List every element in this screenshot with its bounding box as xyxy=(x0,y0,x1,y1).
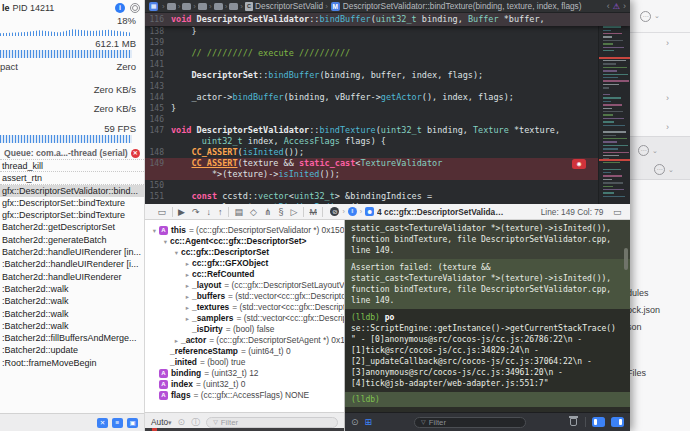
stack-frame[interactable]: assert_rtn xyxy=(0,171,144,183)
view-mode-icon[interactable]: ≡ xyxy=(112,418,123,428)
stack-frame[interactable]: :Batcher2d::fillBuffersAndMerge... xyxy=(0,332,144,344)
stack-frame[interactable]: :Batcher2d::walk xyxy=(0,283,144,295)
line-number[interactable]: 139 xyxy=(145,37,171,48)
code-line[interactable]: 140 // ///////// execute ////////// xyxy=(145,48,630,59)
disk-gauge-value[interactable]: Zero KB/s xyxy=(0,84,144,95)
folder-icon[interactable] xyxy=(198,3,207,10)
debug-console[interactable]: static_cast<TextureValidator *>(texture)… xyxy=(345,220,630,431)
fps-gauge-chart[interactable] xyxy=(0,135,132,143)
line-number[interactable]: 150 xyxy=(145,180,171,191)
folder-icon[interactable] xyxy=(182,3,191,10)
stack-frame[interactable]: :Batcher2d::update xyxy=(0,344,144,356)
stack-frame[interactable]: :Batcher2d::handleUIRenderer [i... xyxy=(0,258,144,270)
disclosure-triangle-icon[interactable]: ▸ xyxy=(183,291,192,302)
console-mode-icon[interactable]: ⊞ xyxy=(365,417,373,427)
jumpbar-method-crumb[interactable]: DescriptorSetValidator::bindTexture(bind… xyxy=(343,1,582,11)
instruction-pointer-icon[interactable]: M xyxy=(309,207,317,217)
variable-row[interactable]: _isDirty= (bool) false xyxy=(145,324,344,335)
info-icon[interactable]: ⓘ xyxy=(191,416,200,429)
fps-gauge-value[interactable]: 59 FPS xyxy=(0,123,144,134)
variable-row[interactable]: ▸_layout= (cc::gfx::DescriptorSetLayoutV… xyxy=(145,280,344,291)
console-scrollbar[interactable] xyxy=(624,248,628,270)
hide-debug-area-icon[interactable]: ▭ xyxy=(158,207,167,217)
variable-row[interactable]: _referenceStamp= (uint64_t) 0 xyxy=(145,346,344,357)
stack-frame[interactable]: Batcher2d::handleUIRenderer [in... xyxy=(0,246,144,258)
related-items-icon[interactable]: ▦ xyxy=(149,2,158,11)
variables-view[interactable]: ▾Athis= (cc::gfx::DescriptorSetValidator… xyxy=(145,220,345,431)
filter-crashed-threads-icon[interactable]: ✕ xyxy=(97,418,108,428)
step-into-icon[interactable]: ↓ xyxy=(206,207,211,217)
line-number[interactable]: 145 xyxy=(145,103,171,114)
step-over-icon[interactable]: ↷ xyxy=(192,207,200,217)
code-line-error[interactable]: *>(texture)->isInited()); xyxy=(145,169,630,180)
variable-row[interactable]: ▸cc::RefCounted xyxy=(145,269,344,280)
code-line[interactable]: 147void DescriptorSetValidator::bindText… xyxy=(145,125,630,136)
variable-row[interactable]: ▾Athis= (cc::gfx::DescriptorSetValidator… xyxy=(145,225,344,236)
network-gauge-value[interactable]: Zero KB/s xyxy=(0,103,144,114)
line-number[interactable]: 141 xyxy=(145,59,171,70)
variable-row[interactable]: Aflags= (cc::gfx::AccessFlags) NONE xyxy=(145,390,344,401)
code-line[interactable]: 142 DescriptorSet::bindBuffer(binding, b… xyxy=(145,70,630,81)
override-appearance-icon[interactable]: § xyxy=(278,207,283,217)
variables-filter-field[interactable]: ▽ Filter xyxy=(206,417,338,428)
code-line[interactable]: 144 _actor->bindBuffer(binding, vBuffer-… xyxy=(145,92,630,103)
quick-look-icon[interactable]: ⊙ xyxy=(178,417,186,427)
variable-row[interactable]: ▸_samplers= (std::vector<cc::gfx::Descri… xyxy=(145,313,344,324)
simulate-location-icon[interactable]: ▷ xyxy=(290,207,297,217)
code-line[interactable]: 141 xyxy=(145,59,630,70)
code-line-error[interactable]: 149 CC_ASSERT(texture && static_cast<Tex… xyxy=(145,158,630,169)
variable-row[interactable]: ▸_textures= (std::vector<cc::gfx::Descri… xyxy=(145,302,344,313)
line-number[interactable]: 146 xyxy=(145,114,171,125)
stack-frame[interactable]: gfx::DescriptorSet::bindTexture xyxy=(0,197,144,209)
line-number[interactable] xyxy=(145,136,171,147)
current-frame-crumb[interactable]: 4 cc::gfx::DescriptorSetValidator xyxy=(377,207,505,217)
line-number[interactable]: 147 xyxy=(145,125,171,136)
stack-frame[interactable]: Batcher2d::handleUIRenderer xyxy=(0,271,144,283)
line-number[interactable]: 142 xyxy=(145,70,171,81)
debug-memory-graph-icon[interactable]: ◇ xyxy=(250,207,257,217)
stack-frame[interactable]: :Batcher2d::walk xyxy=(0,320,144,332)
process-icon[interactable]: ⊘ xyxy=(330,207,339,216)
previous-issue-button[interactable]: ‹ xyxy=(607,1,610,11)
folder-icon[interactable] xyxy=(167,3,176,10)
stack-frame[interactable]: Batcher2d::getDescriptorSet xyxy=(0,221,144,233)
stack-frame[interactable]: gfx::DescriptorSetValidator::bind... xyxy=(0,185,144,197)
variable-row[interactable]: Abinding= (uint32_t) 12 xyxy=(145,368,344,379)
cpu-gauge-chart[interactable] xyxy=(0,27,132,36)
code-line[interactable]: 151 const ccstd::vector<uint32_t> &bindi… xyxy=(145,191,630,202)
code-line[interactable]: 148 CC_ASSERT(isInited()); xyxy=(145,147,630,158)
editor-only-icon[interactable]: ▭ xyxy=(613,207,622,217)
line-number[interactable]: 144 xyxy=(145,92,171,103)
next-issue-button[interactable]: › xyxy=(623,1,626,11)
stack-frame[interactable]: Batcher2d::generateBatch xyxy=(0,234,144,246)
disclosure-triangle-icon[interactable]: ▸ xyxy=(183,302,192,313)
disclosure-triangle-icon[interactable]: ▸ xyxy=(172,335,181,346)
disclosure-triangle-icon[interactable]: ▾ xyxy=(172,247,181,258)
environment-overrides-icon[interactable]: ⋔ xyxy=(264,207,272,217)
variable-row[interactable]: ▸_buffers= (std::vector<cc::gfx::Descrip… xyxy=(145,291,344,302)
disclosure-triangle-icon[interactable]: ▾ xyxy=(161,236,170,247)
thread-icon[interactable]: ‖ xyxy=(348,207,357,216)
energy-gauge-row[interactable]: pact Zero xyxy=(0,61,144,72)
stack-frame[interactable]: :Batcher2d::walk xyxy=(0,295,144,307)
disclosure-triangle-icon[interactable]: ▾ xyxy=(150,225,159,236)
scope-selector[interactable]: Auto▾ xyxy=(151,417,172,427)
record-gauge-icon[interactable] xyxy=(130,3,140,13)
line-number[interactable] xyxy=(145,169,171,180)
variable-row[interactable]: _inited= (bool) true xyxy=(145,357,344,368)
variable-row[interactable]: Aindex= (uint32_t) 0 xyxy=(145,379,344,390)
toggle-variables-view-button[interactable] xyxy=(592,417,605,427)
code-line[interactable]: 146 xyxy=(145,114,630,125)
toggle-console-button[interactable] xyxy=(611,417,624,427)
continue-execution-icon[interactable]: ▶ xyxy=(178,207,185,217)
stack-frame[interactable]: :Batcher2d::walk xyxy=(0,308,144,320)
folder-icon[interactable] xyxy=(229,3,238,10)
code-line[interactable]: 150 xyxy=(145,180,630,191)
debug-view-hierarchy-icon[interactable]: ▤ xyxy=(234,207,243,217)
line-number[interactable]: 149 xyxy=(145,158,171,169)
line-number[interactable]: 116 xyxy=(145,13,171,26)
code-line[interactable]: 143 xyxy=(145,81,630,92)
variable-row[interactable]: ▸cc::gfx::GFXObject xyxy=(145,258,344,269)
disclosure-triangle-icon[interactable]: ▸ xyxy=(183,269,192,280)
disclosure-triangle-icon[interactable]: ▸ xyxy=(183,313,192,324)
